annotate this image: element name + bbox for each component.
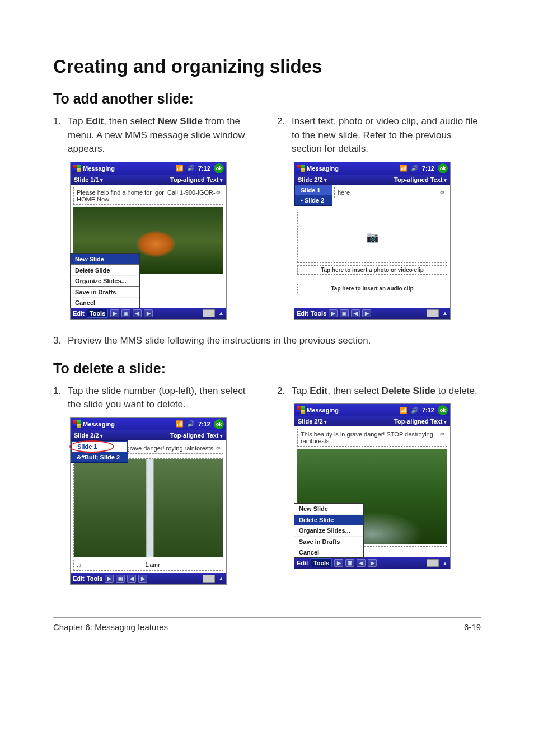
play-icon[interactable]: ▶ xyxy=(334,559,343,567)
text: Tap xyxy=(68,116,86,126)
edit-menu: New Slide Delete Slide Organize Slides..… xyxy=(294,503,364,558)
softkey-edit[interactable]: Edit xyxy=(297,560,308,566)
softkey-edit[interactable]: Edit xyxy=(73,575,85,582)
image-tool-icon[interactable]: ▣ xyxy=(340,309,349,317)
forward-icon[interactable]: ▶ xyxy=(362,309,371,317)
keyboard-icon[interactable] xyxy=(427,559,439,567)
menu-item-cancel[interactable]: Cancel xyxy=(294,547,363,557)
audio-caption[interactable]: Tap here to insert an audio clip xyxy=(297,284,447,293)
bottom-toolbar: Edit Tools ▶ ▣ ◀ ▶ ▲ xyxy=(294,308,450,319)
sip-arrow-icon[interactable]: ▲ xyxy=(218,310,224,316)
text-align-dropdown[interactable]: Top-aligned Text xyxy=(170,176,223,183)
image-tool-icon[interactable]: ▣ xyxy=(121,309,130,317)
keyboard-icon[interactable] xyxy=(203,575,215,583)
text: Tap xyxy=(292,386,310,396)
menu-item-delete-slide[interactable]: Delete Slide xyxy=(71,265,139,275)
windows-start-icon[interactable] xyxy=(73,165,81,172)
windows-start-icon[interactable] xyxy=(297,406,305,414)
mms-text-field[interactable]: here ∞ xyxy=(334,187,447,198)
menu-item-new-slide[interactable]: New Slide xyxy=(71,254,139,264)
softkey-tools[interactable]: Tools xyxy=(311,310,327,317)
bold-delete-slide: Delete Slide xyxy=(382,386,435,396)
footer-page-number: 6-19 xyxy=(464,622,481,632)
menu-item-organize-slides[interactable]: Organize Slides... xyxy=(71,275,139,286)
play-icon[interactable]: ▶ xyxy=(329,309,338,317)
rewind-icon[interactable]: ◀ xyxy=(127,575,136,583)
text-align-dropdown[interactable]: Top-aligned Text xyxy=(394,418,447,425)
text: , then select xyxy=(327,386,381,396)
softkey-edit[interactable]: Edit xyxy=(297,310,308,317)
step-body: Tap Edit, then select New Slide from the… xyxy=(68,115,257,156)
slide-indicator-dropdown[interactable]: Slide 2/2 xyxy=(298,176,327,183)
volume-icon: 🔊 xyxy=(187,165,195,172)
keyboard-icon[interactable] xyxy=(427,309,439,317)
image-tool-icon[interactable]: ▣ xyxy=(116,575,125,583)
menu-item-organize-slides[interactable]: Organize Slides... xyxy=(294,525,363,536)
slide-menu-item-2[interactable]: • Slide 2 xyxy=(295,195,332,205)
menu-item-delete-slide[interactable]: Delete Slide xyxy=(294,514,363,525)
windows-start-icon[interactable] xyxy=(73,420,81,428)
ok-button[interactable]: ok xyxy=(214,163,224,173)
mms-audio-field[interactable]: ♫ 1.amr xyxy=(73,560,223,571)
mms-text-field[interactable]: This beauty is in grave danger! STOP des… xyxy=(297,429,447,447)
infinity-icon: ∞ xyxy=(440,430,444,437)
image-tool-icon[interactable]: ▣ xyxy=(345,559,354,567)
rewind-icon[interactable]: ◀ xyxy=(351,309,360,317)
slide-2-label: Slide 2 xyxy=(305,197,324,204)
step-body: Insert text, photo or video clip, and au… xyxy=(292,115,481,156)
softkey-tools[interactable]: Tools xyxy=(87,575,103,582)
forward-icon[interactable]: ▶ xyxy=(368,559,377,567)
music-note-icon: ♫ xyxy=(76,561,81,569)
titlebar: Messaging 📶 🔊 7:12 ok xyxy=(294,404,450,416)
menu-item-cancel[interactable]: Cancel xyxy=(71,297,139,308)
sip-arrow-icon[interactable]: ▲ xyxy=(218,575,224,581)
play-icon[interactable]: ▶ xyxy=(110,309,119,317)
text-align-dropdown[interactable]: Top-aligned Text xyxy=(394,176,447,183)
titlebar: Messaging 📶 🔊 7:12 ok xyxy=(294,162,450,175)
rewind-icon[interactable]: ◀ xyxy=(133,309,142,317)
windows-start-icon[interactable] xyxy=(297,165,305,172)
step-number: 1. xyxy=(53,115,68,156)
mms-photo-placeholder[interactable]: 📷 xyxy=(297,212,447,263)
clock-time: 7:12 xyxy=(198,165,210,172)
subtoolbar: Slide 2/2 Top-aligned Text xyxy=(294,416,450,426)
keyboard-icon[interactable] xyxy=(203,309,215,317)
volume-icon: 🔊 xyxy=(411,407,419,414)
edit-menu: New Slide Delete Slide Organize Slides..… xyxy=(70,253,140,308)
ok-button[interactable]: ok xyxy=(214,419,224,429)
photo-caption[interactable]: Tap here to insert a photo or video clip xyxy=(297,265,447,275)
volume-icon: 🔊 xyxy=(411,165,419,172)
mms-photo-waterfall[interactable] xyxy=(73,458,223,557)
ok-button[interactable]: ok xyxy=(438,163,448,173)
slide-indicator-dropdown[interactable]: Slide 2/2 xyxy=(298,418,327,425)
step-number: 2. xyxy=(277,384,292,398)
text: to delete. xyxy=(435,386,477,396)
softkey-tools[interactable]: Tools xyxy=(87,309,109,318)
slide-indicator-dropdown[interactable]: Slide 2/2 xyxy=(74,432,103,439)
text-align-dropdown[interactable]: Top-aligned Text xyxy=(170,432,223,439)
rewind-icon[interactable]: ◀ xyxy=(357,559,366,567)
app-title: Messaging xyxy=(307,407,339,414)
sip-arrow-icon[interactable]: ▲ xyxy=(442,560,448,566)
ok-button[interactable]: ok xyxy=(438,405,448,415)
clock-time: 7:12 xyxy=(422,407,434,414)
slide-menu-item-1[interactable]: Slide 1 xyxy=(295,185,332,195)
step-body: Preview the MMS slide following the inst… xyxy=(68,334,481,348)
sip-arrow-icon[interactable]: ▲ xyxy=(442,310,448,316)
slide-indicator-dropdown[interactable]: Slide 1/1 xyxy=(74,176,103,183)
mms-text-field[interactable]: Please help find a home for Igor! Call 1… xyxy=(73,187,223,205)
audio-filename: 1.amr xyxy=(85,562,221,568)
add-step-2: 2. Insert text, photo or video clip, and… xyxy=(277,115,481,156)
add-step-3: 3. Preview the MMS slide following the i… xyxy=(53,334,481,348)
menu-item-save-drafts[interactable]: Save in Drafts xyxy=(294,536,363,547)
forward-icon[interactable]: ▶ xyxy=(138,575,147,583)
softkey-tools[interactable]: Tools xyxy=(311,558,332,567)
softkey-edit[interactable]: Edit xyxy=(73,310,85,317)
menu-item-new-slide[interactable]: New Slide xyxy=(294,504,363,514)
forward-icon[interactable]: ▶ xyxy=(144,309,153,317)
slide-menu-item-1[interactable]: Slide 1 xyxy=(71,441,128,452)
screenshot-new-slide-menu: Messaging 📶 🔊 7:12 ok Slide 1/1 Top-alig… xyxy=(70,162,227,320)
menu-item-save-drafts[interactable]: Save in Drafts xyxy=(71,287,139,297)
slide-menu-item-2[interactable]: &#Bull; Slide 2 xyxy=(71,452,128,462)
play-icon[interactable]: ▶ xyxy=(105,575,114,583)
